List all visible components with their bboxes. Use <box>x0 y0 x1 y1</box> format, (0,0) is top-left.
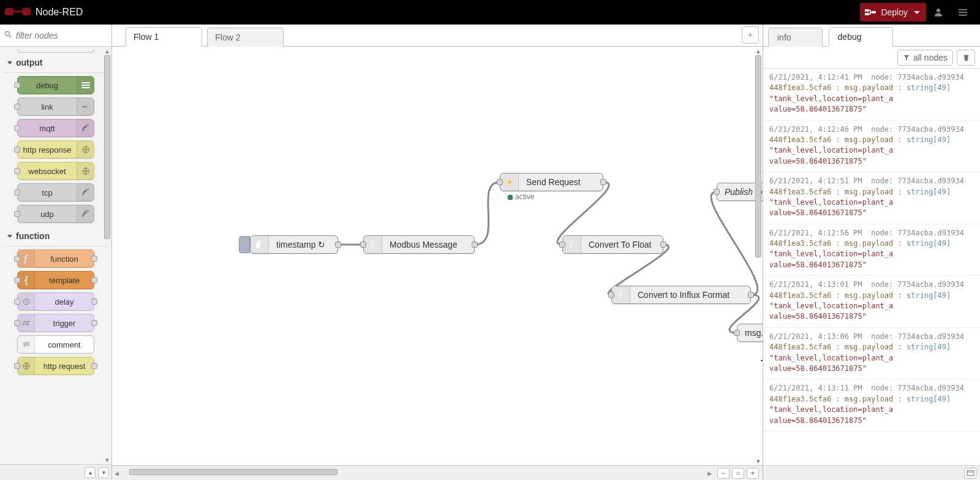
canvas-hscroll-thumb[interactable] <box>129 469 337 475</box>
palette-node-websocket[interactable]: websocket <box>17 162 94 180</box>
node-input-port[interactable] <box>14 125 20 131</box>
tab-debug[interactable]: debug <box>829 27 893 47</box>
node-input-port[interactable] <box>14 104 20 110</box>
node-convert-to-influx[interactable]: ƒ Convert to Influx Format <box>611 286 751 304</box>
open-window-button[interactable] <box>964 468 976 479</box>
palette-node-template[interactable]: {template <box>17 271 94 289</box>
chevron-down-icon <box>7 235 12 238</box>
node-input-port[interactable] <box>734 330 740 336</box>
waves-icon <box>77 205 94 223</box>
palette-node-debug[interactable]: debug <box>17 76 94 94</box>
palette-node-comment[interactable]: comment <box>17 335 94 354</box>
node-output-port[interactable] <box>748 292 754 298</box>
tab-info[interactable]: info <box>768 28 823 47</box>
zoom-in-button[interactable]: + <box>747 468 759 479</box>
inject-trigger-button[interactable] <box>239 236 250 253</box>
debug-filter-button[interactable]: all nodes <box>897 50 953 66</box>
node-input-port[interactable] <box>14 211 20 217</box>
svg-rect-21 <box>967 470 974 476</box>
node-input-port[interactable] <box>14 82 20 88</box>
palette-expand-button[interactable]: ▾ <box>98 467 109 478</box>
node-input-port[interactable] <box>14 363 20 369</box>
node-label: Send Request <box>519 177 588 187</box>
node-inject-timestamp[interactable]: timestamp ↻ <box>250 235 338 254</box>
node-input-port[interactable] <box>14 168 20 174</box>
scroll-down-icon[interactable]: ▼ <box>754 457 763 465</box>
msg-node: node: 7734acba.d93934 <box>871 125 964 134</box>
node-input-port[interactable] <box>14 189 20 196</box>
scroll-down-icon[interactable]: ▼ <box>103 455 111 464</box>
node-send-request[interactable]: Send Request <box>500 173 603 191</box>
msg-time: 6/21/2021, 4:12:56 PM <box>769 229 862 237</box>
tab-flow-1[interactable]: Flow 1 <box>126 27 202 47</box>
tab-flow-2[interactable]: Flow 2 <box>207 28 284 47</box>
palette-node-udp[interactable]: udp <box>17 205 94 223</box>
palette-collapse-button[interactable]: ▴ <box>85 467 96 478</box>
msg-source: 448f1ea3.5cfa6 <box>769 395 831 403</box>
node-output-port[interactable] <box>472 242 478 248</box>
palette-node-function[interactable]: ƒfunction <box>17 250 94 268</box>
flow-canvas[interactable]: timestamp ↻ ƒ Modbus Message Send Reques… <box>112 47 763 465</box>
debug-message[interactable]: 6/21/2021, 4:12:51 PM node: 7734acba.d93… <box>763 172 980 224</box>
msg-payload: "tank_level,location=plant_a value=58.86… <box>769 197 974 219</box>
node-input-port[interactable] <box>360 242 366 248</box>
add-flow-button[interactable]: ＋ <box>742 26 759 44</box>
debug-message[interactable]: 6/21/2021, 4:12:41 PM node: 7734acba.d93… <box>763 69 980 121</box>
debug-message-list: 6/21/2021, 4:12:41 PM node: 7734acba.d93… <box>763 69 980 465</box>
node-input-port[interactable] <box>497 179 503 185</box>
scroll-up-icon[interactable]: ▲ <box>103 47 111 55</box>
node-modbus-message[interactable]: ƒ Modbus Message <box>363 235 475 254</box>
scroll-up-icon[interactable]: ▲ <box>754 47 763 55</box>
deploy-icon <box>865 8 876 17</box>
user-button[interactable] <box>926 0 951 25</box>
node-input-port[interactable] <box>14 256 20 262</box>
msg-property: msg.payload <box>845 135 893 144</box>
node-input-port[interactable] <box>714 189 720 195</box>
node-output-port[interactable] <box>91 256 97 262</box>
node-input-port[interactable] <box>14 299 20 305</box>
waves-icon <box>77 120 94 137</box>
scroll-right-icon[interactable]: ▸ <box>705 468 714 478</box>
debug-message[interactable]: 6/21/2021, 4:12:46 PM node: 7734acba.d93… <box>763 121 980 173</box>
palette-node-mqtt[interactable]: mqtt <box>17 119 94 137</box>
function-icon: ƒ <box>563 236 581 253</box>
node-input-port[interactable] <box>14 147 20 153</box>
deploy-button[interactable]: Deploy <box>860 3 926 21</box>
node-input-port[interactable] <box>608 292 614 298</box>
palette-node-link[interactable]: link <box>17 97 94 116</box>
node-convert-to-float[interactable]: ƒ Convert To Float <box>562 235 663 254</box>
menu-button[interactable] <box>951 0 975 25</box>
node-output-port[interactable] <box>600 179 606 185</box>
debug-clear-button[interactable] <box>957 50 975 66</box>
scroll-left-icon[interactable]: ◂ <box>112 468 121 478</box>
node-output-port[interactable] <box>91 363 97 369</box>
palette-node-tcp[interactable]: tcp <box>17 183 94 202</box>
palette-node-http-response[interactable]: http response <box>17 140 94 159</box>
palette-filter-input[interactable] <box>15 30 126 41</box>
debug-message[interactable]: 6/21/2021, 4:13:01 PM node: 7734acba.d93… <box>763 276 980 328</box>
palette-node-http-request[interactable]: http request <box>17 357 94 375</box>
workspace: Flow 1 Flow 2 ＋ timestamp ↻ <box>112 25 763 480</box>
function-icon: ƒ <box>364 236 382 253</box>
debug-message[interactable]: 6/21/2021, 4:13:06 PM node: 7734acba.d93… <box>763 328 980 380</box>
node-output-port[interactable] <box>660 242 666 248</box>
debug-message[interactable]: 6/21/2021, 4:13:11 PM node: 7734acba.d93… <box>763 379 980 432</box>
palette-category-function[interactable]: function <box>4 226 108 246</box>
canvas-vscroll-thumb[interactable] <box>755 55 761 257</box>
palette-scrollbar-thumb[interactable] <box>104 55 110 239</box>
node-output-port[interactable] <box>91 277 97 283</box>
node-output-port[interactable] <box>91 299 97 305</box>
node-input-port[interactable] <box>14 277 20 283</box>
canvas-hscroll[interactable] <box>129 469 696 478</box>
palette-node-delay[interactable]: delay <box>17 292 94 311</box>
zoom-out-button[interactable]: − <box>717 468 729 479</box>
node-input-port[interactable] <box>14 320 20 326</box>
palette-category-output[interactable]: output <box>4 53 108 73</box>
zoom-reset-button[interactable]: ○ <box>732 468 744 479</box>
debug-message[interactable]: 6/21/2021, 4:12:56 PM node: 7734acba.d93… <box>763 224 980 276</box>
palette-node-trigger[interactable]: trigger <box>17 314 94 332</box>
clock-icon <box>18 293 35 310</box>
node-input-port[interactable] <box>559 242 565 248</box>
node-output-port[interactable] <box>91 320 97 326</box>
node-output-port[interactable] <box>335 242 341 248</box>
